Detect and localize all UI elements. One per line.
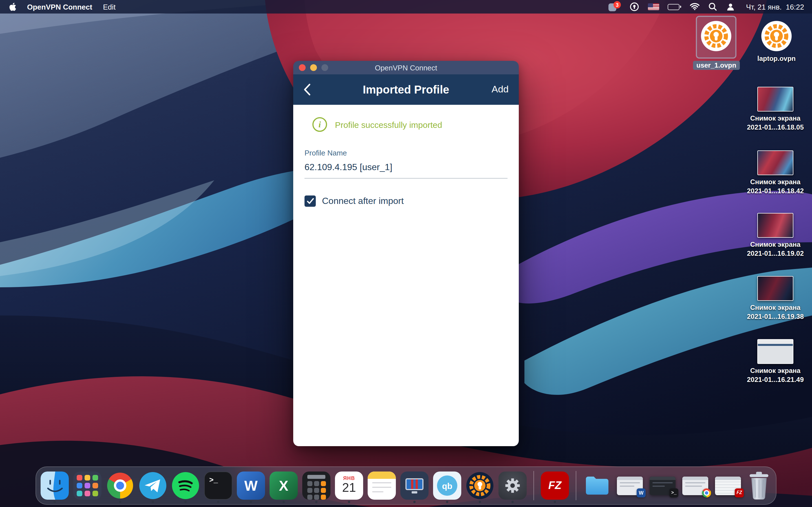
info-icon: i bbox=[312, 117, 327, 132]
dock-item-folder[interactable] bbox=[583, 467, 611, 504]
dock-item-excel[interactable]: X bbox=[269, 467, 298, 504]
running-indicator bbox=[511, 501, 514, 503]
window-body: i Profile successfully imported Profile … bbox=[293, 105, 519, 446]
dock-item-minimized-window-chrome[interactable] bbox=[681, 467, 709, 504]
dock-item-chrome[interactable] bbox=[106, 467, 134, 504]
desktop-file-laptop-ovpn[interactable]: laptop.ovpn bbox=[754, 20, 799, 63]
dock-item-filezilla[interactable]: FZ bbox=[541, 467, 569, 504]
running-indicator bbox=[250, 501, 252, 503]
connect-after-import-label: Connect after import bbox=[322, 196, 404, 206]
menubar-app-name[interactable]: OpenVPN Connect bbox=[27, 3, 92, 11]
running-indicator bbox=[152, 501, 154, 503]
dock-item-spotify[interactable] bbox=[171, 467, 200, 504]
qbittorrent-icon: qb bbox=[433, 471, 461, 500]
excel-icon: X bbox=[269, 471, 298, 500]
menubar-menu-edit[interactable]: Edit bbox=[103, 3, 116, 11]
menu-bar: OpenVPN Connect Edit 3 bbox=[0, 0, 812, 13]
dock-item-word[interactable]: W bbox=[237, 467, 265, 504]
screenshot-label: Снимок экрана2021-01...16.18.42 bbox=[747, 178, 804, 195]
desktop-screenshot-1[interactable]: Снимок экрана2021-01...16.18.05 bbox=[742, 87, 809, 132]
minimize-button[interactable] bbox=[310, 64, 317, 71]
add-button[interactable]: Add bbox=[492, 84, 509, 95]
file-label: laptop.ovpn bbox=[754, 54, 799, 63]
screenshot-label: Снимок экрана2021-01...16.21.49 bbox=[747, 367, 804, 384]
desktop-file-user1-ovpn[interactable]: user_1.ovpn bbox=[693, 16, 740, 70]
zoom-button[interactable] bbox=[321, 64, 328, 71]
word-icon: W bbox=[237, 471, 265, 500]
us-flag-icon[interactable] bbox=[648, 1, 659, 12]
trash-icon bbox=[747, 471, 771, 500]
dock-item-qbittorrent[interactable]: qb bbox=[433, 467, 461, 504]
calculator-icon bbox=[302, 471, 331, 500]
gear-icon bbox=[499, 471, 527, 500]
dock-item-calculator[interactable] bbox=[302, 467, 331, 504]
close-button[interactable] bbox=[299, 64, 306, 71]
profile-name-input[interactable]: 62.109.4.195 [user_1] bbox=[305, 162, 507, 179]
dock-item-telegram[interactable] bbox=[139, 467, 167, 504]
dock-separator bbox=[576, 471, 576, 500]
openvpn-connect-window: OpenVPN Connect Imported Profile Add i P… bbox=[293, 61, 519, 446]
connect-after-import-option[interactable]: Connect after import bbox=[305, 195, 507, 207]
window-titlebar[interactable]: OpenVPN Connect bbox=[293, 61, 519, 74]
chrome-badge-icon bbox=[702, 488, 711, 497]
screenshot-label: Снимок экрана2021-01...16.19.02 bbox=[747, 240, 804, 258]
running-indicator bbox=[413, 501, 416, 503]
terminal-badge-icon: >_ bbox=[669, 488, 678, 497]
dock-item-openvpn[interactable] bbox=[466, 467, 494, 504]
dock-separator bbox=[534, 471, 534, 500]
connect-after-import-checkbox[interactable] bbox=[305, 195, 316, 207]
dock-item-terminal[interactable]: >_ bbox=[204, 467, 232, 504]
dock-item-finder[interactable] bbox=[41, 467, 69, 504]
selection-highlight bbox=[696, 16, 737, 59]
terminal-icon: >_ bbox=[204, 471, 232, 500]
back-button[interactable] bbox=[303, 79, 319, 100]
dock-item-minimized-window-word[interactable]: W bbox=[616, 467, 644, 504]
desktop-screenshot-3[interactable]: Снимок экрана2021-01...16.19.02 bbox=[742, 213, 809, 258]
openvpn-status-icon[interactable] bbox=[629, 1, 640, 12]
running-indicator bbox=[217, 501, 219, 503]
app-badge-icon[interactable]: 3 bbox=[608, 1, 621, 12]
screenshot-thumbnail bbox=[757, 339, 794, 364]
battery-icon[interactable] bbox=[668, 1, 681, 12]
folder-icon bbox=[583, 471, 611, 500]
dock-item-notes[interactable] bbox=[368, 467, 396, 504]
running-indicator bbox=[185, 501, 187, 503]
apple-menu-icon[interactable] bbox=[8, 1, 16, 12]
filezilla-icon: FZ bbox=[541, 471, 569, 500]
minimized-window: >_ bbox=[650, 476, 675, 495]
ovpn-file-icon bbox=[701, 20, 732, 52]
dock: >_ W X ЯНВ 21 bbox=[36, 466, 776, 505]
spotlight-icon[interactable] bbox=[708, 1, 717, 12]
launchpad-icon bbox=[73, 471, 101, 500]
dock-item-system-preferences[interactable] bbox=[499, 467, 527, 504]
dock-item-minimized-window-terminal[interactable]: >_ bbox=[649, 467, 677, 504]
dock-item-trash[interactable] bbox=[747, 467, 771, 504]
desktop-screenshot-4[interactable]: Снимок экрана2021-01...16.19.38 bbox=[742, 276, 809, 321]
dock-item-minimized-window-filezilla[interactable]: FZ bbox=[714, 467, 742, 504]
screenshot-label: Снимок экрана2021-01...16.18.05 bbox=[747, 114, 804, 132]
wifi-icon[interactable] bbox=[690, 1, 700, 12]
user-icon[interactable] bbox=[726, 1, 735, 12]
running-indicator bbox=[446, 501, 448, 503]
running-indicator bbox=[554, 501, 556, 503]
running-indicator bbox=[54, 501, 56, 503]
openvpn-icon bbox=[466, 471, 494, 500]
desktop-screen: OpenVPN Connect Edit 3 bbox=[0, 0, 812, 507]
window-title: OpenVPN Connect bbox=[375, 63, 437, 72]
dock-item-calendar[interactable]: ЯНВ 21 bbox=[335, 467, 363, 504]
minimized-window: W bbox=[617, 476, 643, 495]
menubar-clock[interactable]: Чт, 21 янв. 16:22 bbox=[746, 3, 804, 11]
ovpn-file-icon bbox=[761, 20, 792, 52]
dock-item-displays[interactable] bbox=[400, 467, 428, 504]
spotify-icon bbox=[171, 471, 200, 500]
screenshot-thumbnail bbox=[757, 276, 794, 301]
desktop-screenshot-5[interactable]: Снимок экрана2021-01...16.21.49 bbox=[742, 339, 809, 384]
screenshot-label: Снимок экрана2021-01...16.19.38 bbox=[747, 304, 804, 321]
telegram-icon bbox=[139, 471, 167, 500]
chrome-icon bbox=[107, 473, 133, 499]
finder-icon bbox=[41, 471, 69, 500]
dock-item-launchpad[interactable] bbox=[73, 467, 101, 504]
desktop-screenshot-2[interactable]: Снимок экрана2021-01...16.18.42 bbox=[742, 151, 809, 195]
running-indicator bbox=[479, 501, 481, 503]
screenshot-thumbnail bbox=[757, 213, 794, 238]
